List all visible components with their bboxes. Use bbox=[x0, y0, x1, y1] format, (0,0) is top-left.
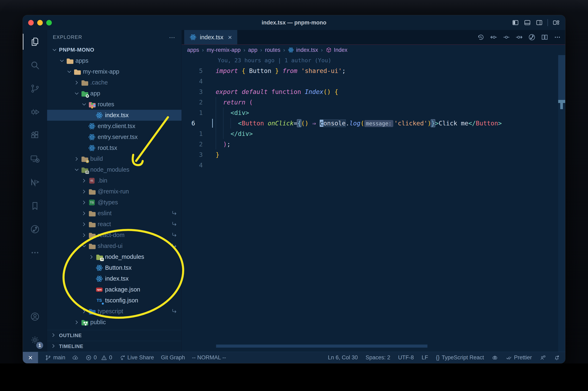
status-item-feedback[interactable] bbox=[540, 355, 546, 361]
code-line[interactable]: 2 return ( bbox=[182, 97, 565, 107]
code-line[interactable]: 5import { Button } from 'shared-ui'; bbox=[182, 66, 565, 76]
activity-item-git-graph[interactable] bbox=[23, 217, 47, 241]
git-graph-icon[interactable] bbox=[528, 33, 536, 41]
breadcrumb-item-index-tsx[interactable]: index.tsx bbox=[288, 47, 318, 53]
tree-item-pnpm-mono[interactable]: PNPM-MONO bbox=[47, 44, 182, 55]
tree-item-react[interactable]: react bbox=[47, 219, 182, 230]
activity-item-run-debug[interactable] bbox=[23, 100, 47, 124]
layout-sidebar-right-icon[interactable] bbox=[536, 19, 543, 26]
tree-item-package-json[interactable]: npmpackage.json bbox=[47, 284, 182, 295]
tree-item-routes[interactable]: routes bbox=[47, 99, 182, 110]
tree-item--types[interactable]: TS@types bbox=[47, 197, 182, 208]
activity-item-source-control[interactable] bbox=[23, 77, 47, 100]
status-item-cursor-position[interactable]: Ln 6, Col 30 bbox=[328, 354, 358, 361]
status-item-eol-sequence[interactable]: LF bbox=[422, 354, 428, 361]
sidebar-section-timeline[interactable]: TIMELINE bbox=[47, 341, 182, 352]
status-item-indentation[interactable]: Spaces: 2 bbox=[366, 354, 390, 361]
code-line[interactable]: 6 <Button onClick={() ⇒ console.log(mess… bbox=[182, 118, 565, 128]
remote-indicator[interactable] bbox=[23, 352, 38, 364]
activity-item-bookmarks[interactable] bbox=[23, 194, 47, 217]
code-line[interactable]: 2 ); bbox=[182, 139, 565, 149]
tree-item-react-dom[interactable]: react-dom bbox=[47, 230, 182, 241]
code-token: </div> bbox=[230, 130, 253, 137]
status-item-git-branch[interactable]: main bbox=[45, 354, 65, 361]
activity-item-nx-console[interactable] bbox=[23, 171, 47, 194]
status-item-encoding[interactable]: UTF-8 bbox=[398, 354, 414, 361]
vertical-scrollbar-slider[interactable] bbox=[558, 55, 565, 103]
tree-item--cache[interactable]: .cache bbox=[47, 77, 182, 88]
breadcrumb-item-app[interactable]: app bbox=[248, 47, 257, 53]
tree-item-my-remix-app[interactable]: my-remix-app bbox=[47, 66, 182, 77]
build-folder-icon bbox=[80, 155, 89, 163]
tree-item-public[interactable]: public bbox=[47, 317, 182, 328]
commit-left-icon[interactable] bbox=[490, 33, 497, 41]
zoom-window-button[interactable] bbox=[46, 20, 52, 25]
code-editor[interactable]: You, 23 hours ago | 1 author (You)5impor… bbox=[182, 55, 565, 352]
status-item-copilot[interactable] bbox=[492, 355, 498, 361]
tree-item-eslint[interactable]: eslint bbox=[47, 208, 182, 219]
ellipsis-icon[interactable] bbox=[554, 33, 561, 41]
status-item-sync-changes[interactable] bbox=[72, 355, 79, 361]
tree-item-entry-client-tsx[interactable]: entry.client.tsx bbox=[47, 121, 182, 132]
layout-sidebar-left-icon[interactable] bbox=[512, 19, 519, 26]
activity-item-settings[interactable]: 1 bbox=[23, 328, 47, 352]
history-icon[interactable] bbox=[477, 33, 485, 41]
breadcrumb-item-my-remix-app[interactable]: my-remix-app bbox=[207, 47, 241, 53]
breadcrumb-item-routes[interactable]: routes bbox=[265, 47, 281, 53]
close-icon[interactable]: × bbox=[228, 33, 232, 41]
tree-item-button-tsx[interactable]: Button.tsx bbox=[47, 262, 182, 273]
code-token bbox=[238, 88, 242, 96]
tab-index-tsx[interactable]: index.tsx× bbox=[184, 30, 237, 44]
tree-item-shared-ui[interactable]: shared-ui bbox=[47, 241, 182, 251]
tree-item-tsconfig-json[interactable]: TStsconfig.json bbox=[47, 295, 182, 306]
status-item-problems[interactable]: 00 bbox=[86, 354, 112, 361]
commit-right-icon[interactable] bbox=[515, 33, 523, 41]
code-line[interactable]: 4 bbox=[182, 76, 565, 87]
activity-item-explorer[interactable] bbox=[23, 30, 47, 53]
status-item-vim-mode[interactable]: -- NORMAL -- bbox=[192, 354, 226, 361]
tree-item-entry-server-tsx[interactable]: entry.server.tsx bbox=[47, 132, 182, 142]
tree-item-app[interactable]: app bbox=[47, 88, 182, 99]
tree-item--remix-run[interactable]: @remix-run bbox=[47, 186, 182, 197]
status-item-git-graph[interactable]: Git Graph bbox=[161, 354, 185, 361]
tree-item-label: app bbox=[90, 90, 100, 97]
breadcrumb-item-index[interactable]: Index bbox=[326, 47, 347, 53]
code-line[interactable]: 3export default function Index() { bbox=[182, 87, 565, 97]
close-window-button[interactable] bbox=[28, 20, 34, 25]
tree-item--bin[interactable]: 01.bin bbox=[47, 175, 182, 186]
minimize-window-button[interactable] bbox=[37, 20, 43, 25]
tree-item-apps[interactable]: apps bbox=[47, 55, 182, 66]
window-controls-divider bbox=[548, 19, 548, 26]
vertical-scrollbar[interactable] bbox=[558, 55, 565, 352]
tree-item-node-modules[interactable]: JSnode_modules bbox=[47, 164, 182, 175]
activity-item-more[interactable] bbox=[23, 241, 47, 264]
tree-item-index-tsx[interactable]: index.tsx bbox=[47, 110, 182, 121]
tree-item-root-tsx[interactable]: root.tsx bbox=[47, 142, 182, 153]
title-bar[interactable]: index.tsx — pnpm-mono bbox=[23, 15, 565, 30]
tree-item-node-modules[interactable]: JSnode_modules bbox=[47, 251, 182, 262]
code-line[interactable]: 4 bbox=[182, 160, 565, 170]
layout-panel-icon[interactable] bbox=[524, 19, 531, 26]
activity-item-search[interactable] bbox=[23, 53, 47, 77]
react-icon bbox=[288, 47, 294, 53]
horizontal-scrollbar[interactable] bbox=[216, 345, 427, 348]
status-item-language-mode[interactable]: {}TypeScript React bbox=[436, 354, 484, 361]
activity-item-remote-explorer[interactable] bbox=[23, 147, 47, 171]
code-line[interactable]: 1 <div> bbox=[182, 107, 565, 118]
tree-item-typescript[interactable]: TStypescript bbox=[47, 306, 182, 317]
explorer-actions-button[interactable]: ⋯ bbox=[169, 34, 176, 41]
breadcrumb-item-apps[interactable]: apps bbox=[187, 47, 199, 53]
status-item-notifications[interactable] bbox=[554, 355, 560, 361]
activity-item-account[interactable] bbox=[23, 305, 47, 328]
layout-customize-icon[interactable] bbox=[552, 19, 560, 26]
status-item-prettier[interactable]: Prettier bbox=[506, 354, 532, 361]
code-line[interactable]: 1 </div> bbox=[182, 128, 565, 139]
sidebar-section-outline[interactable]: OUTLINE bbox=[47, 330, 182, 341]
split-icon[interactable] bbox=[541, 33, 548, 41]
status-item-live-share[interactable]: Live Share bbox=[119, 354, 154, 361]
commit-icon[interactable] bbox=[503, 33, 510, 41]
code-line[interactable]: 3} bbox=[182, 149, 565, 160]
tree-item-index-tsx[interactable]: index.tsx bbox=[47, 273, 182, 284]
tree-item-build[interactable]: build bbox=[47, 153, 182, 164]
activity-item-extensions[interactable] bbox=[23, 124, 47, 147]
